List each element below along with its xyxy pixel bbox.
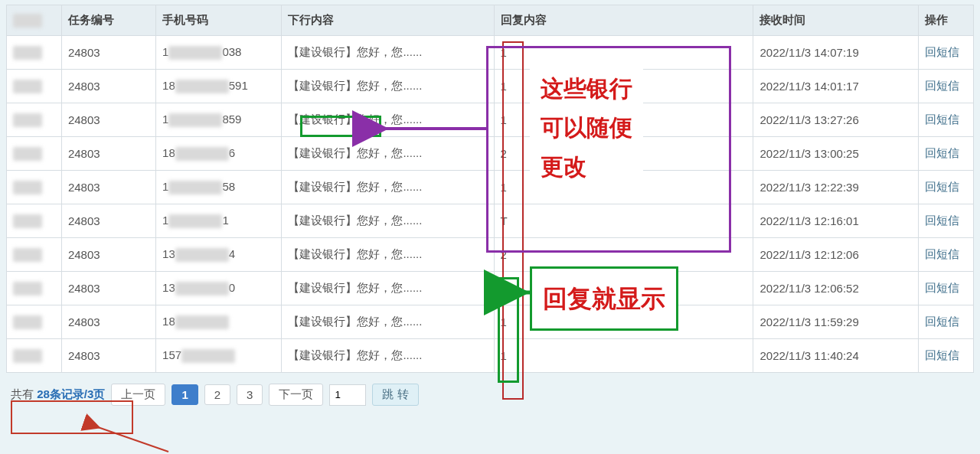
reply-sms-link[interactable]: 回短信	[919, 238, 974, 272]
cell-task: 24803	[61, 204, 155, 238]
table-row[interactable]: x2480318x【建设银行】您好，您......12022/11/3 11:5…	[7, 305, 974, 339]
table-row[interactable]: x248031x859【建设银行】您好，您......12022/11/3 13…	[7, 103, 974, 137]
cell-phone: 18x	[156, 305, 282, 339]
cell-time: 2022/11/3 12:16:01	[753, 204, 919, 238]
pagination: 共有 28条记录/3页 上一页 1 2 3 下一页 跳 转	[6, 373, 974, 416]
cell-content: 【建设银行】您好，您......	[282, 204, 494, 238]
cell-content: 【建设银行】您好，您......	[282, 171, 494, 204]
cell-time: 2022/11/3 12:22:39	[753, 171, 919, 204]
record-count: 共有 28条记录/3页	[11, 387, 105, 402]
table-row[interactable]: x2480318x591【建设银行】您好，您......12022/11/3 1…	[7, 70, 974, 103]
cell-task: 24803	[61, 36, 155, 70]
col-phone[interactable]: 手机号码	[156, 5, 282, 36]
cell-blank: x	[7, 137, 62, 171]
page-jump-input[interactable]	[329, 384, 366, 406]
col-task[interactable]: 任务编号	[61, 5, 155, 36]
table-row[interactable]: x248031x58【建设银行】您好，您......12022/11/3 12:…	[7, 171, 974, 204]
cell-task: 24803	[61, 305, 155, 339]
cell-phone: 13x0	[156, 272, 282, 305]
table-row[interactable]: x2480313x4【建设银行】您好，您......22022/11/3 12:…	[7, 238, 974, 272]
cell-time: 2022/11/3 14:01:17	[753, 70, 919, 103]
reply-sms-link[interactable]: 回短信	[919, 171, 974, 204]
reply-sms-link[interactable]: 回短信	[919, 305, 974, 339]
cell-content: 【建设银行】您好，您......	[282, 305, 494, 339]
table-row[interactable]: x248031x1【建设银行】您好，您......T2022/11/3 12:1…	[7, 204, 974, 238]
cell-blank: x	[7, 339, 62, 373]
reply-sms-link[interactable]: 回短信	[919, 70, 974, 103]
annotation-text-reply-shows: 回复就显示	[530, 266, 678, 331]
cell-task: 24803	[61, 171, 155, 204]
cell-blank: x	[7, 204, 62, 238]
table-row[interactable]: x2480318x6【建设银行】您好，您......22022/11/3 13:…	[7, 137, 974, 171]
cell-phone: 18x591	[156, 70, 282, 103]
cell-content: 【建设银行】您好，您......	[282, 36, 494, 70]
cell-time: 2022/11/3 13:00:25	[753, 137, 919, 171]
reply-sms-link[interactable]: 回短信	[919, 204, 974, 238]
col-blank: xx	[7, 5, 62, 36]
table-header-row: xx 任务编号 手机号码 下行内容 回复内容 接收时间 操作	[7, 5, 974, 36]
cell-phone: 157x	[156, 339, 282, 373]
jump-button[interactable]: 跳 转	[372, 384, 418, 406]
reply-sms-link[interactable]: 回短信	[919, 272, 974, 305]
table-row[interactable]: x2480313x0【建设银行】您好，您......12022/11/3 12:…	[7, 272, 974, 305]
cell-content: 【建设银行】您好，您......	[282, 70, 494, 103]
cell-content: 【建设银行】您好，您......	[282, 238, 494, 272]
cell-blank: x	[7, 171, 62, 204]
reply-sms-link[interactable]: 回短信	[919, 137, 974, 171]
cell-blank: x	[7, 103, 62, 137]
cell-time: 2022/11/3 13:27:26	[753, 103, 919, 137]
reply-sms-link[interactable]: 回短信	[919, 36, 974, 70]
page-2-button[interactable]: 2	[204, 384, 230, 405]
col-reply[interactable]: 回复内容	[494, 5, 753, 36]
annotation-text-bank-change: 这些银行 可以随便 更改	[530, 61, 643, 194]
reply-sms-link[interactable]: 回短信	[919, 339, 974, 373]
cell-phone: 13x4	[156, 238, 282, 272]
cell-content: 【建设银行】您好，您......	[282, 103, 494, 137]
cell-task: 24803	[61, 137, 155, 171]
cell-time: 2022/11/3 12:12:06	[753, 238, 919, 272]
cell-blank: x	[7, 238, 62, 272]
cell-phone: 1x58	[156, 171, 282, 204]
reply-sms-link[interactable]: 回短信	[919, 103, 974, 137]
cell-reply: 1	[494, 339, 753, 373]
next-page-button[interactable]: 下一页	[269, 384, 323, 406]
table-row[interactable]: x248031x038【建设银行】您好，您......12022/11/3 14…	[7, 36, 974, 70]
cell-task: 24803	[61, 339, 155, 373]
cell-reply: T	[494, 204, 753, 238]
cell-task: 24803	[61, 103, 155, 137]
cell-time: 2022/11/3 12:06:52	[753, 272, 919, 305]
cell-blank: x	[7, 305, 62, 339]
svg-line-2	[98, 427, 168, 452]
cell-blank: x	[7, 70, 62, 103]
cell-blank: x	[7, 36, 62, 70]
cell-blank: x	[7, 272, 62, 305]
cell-phone: 1x038	[156, 36, 282, 70]
cell-task: 24803	[61, 70, 155, 103]
cell-task: 24803	[61, 238, 155, 272]
col-op: 操作	[919, 5, 974, 36]
cell-phone: 1x859	[156, 103, 282, 137]
cell-phone: 18x6	[156, 137, 282, 171]
cell-time: 2022/11/3 11:59:29	[753, 305, 919, 339]
page-3-button[interactable]: 3	[237, 384, 263, 405]
table-row[interactable]: x24803157x【建设银行】您好，您......12022/11/3 11:…	[7, 339, 974, 373]
cell-content: 【建设银行】您好，您......	[282, 339, 494, 373]
cell-content: 【建设银行】您好，您......	[282, 272, 494, 305]
prev-page-button[interactable]: 上一页	[111, 384, 165, 406]
cell-time: 2022/11/3 11:40:24	[753, 339, 919, 373]
sms-table: xx 任务编号 手机号码 下行内容 回复内容 接收时间 操作 x248031x0…	[6, 5, 974, 373]
cell-phone: 1x1	[156, 204, 282, 238]
page-1-button[interactable]: 1	[172, 384, 198, 405]
cell-content: 【建设银行】您好，您......	[282, 137, 494, 171]
cell-task: 24803	[61, 272, 155, 305]
col-time[interactable]: 接收时间	[753, 5, 919, 36]
col-content[interactable]: 下行内容	[282, 5, 494, 36]
cell-time: 2022/11/3 14:07:19	[753, 36, 919, 70]
